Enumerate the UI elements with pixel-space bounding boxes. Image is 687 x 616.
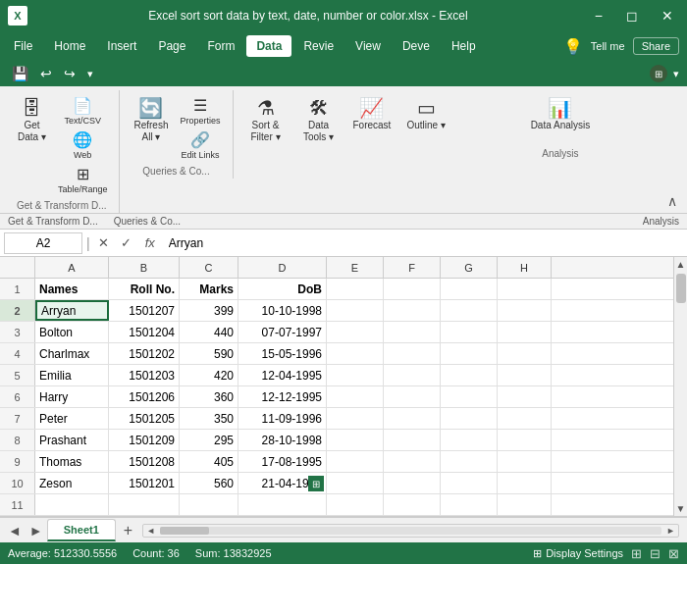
fx-button[interactable]: fx: [139, 235, 161, 250]
cell-a5[interactable]: Emilia: [35, 365, 109, 385]
cell-c2[interactable]: 399: [180, 300, 238, 321]
cell-h2[interactable]: [498, 300, 552, 321]
cell-f3[interactable]: [384, 322, 441, 342]
h-scroll-thumb[interactable]: [160, 527, 209, 535]
cell-b2[interactable]: 1501207: [109, 300, 180, 321]
menu-view[interactable]: View: [345, 35, 391, 57]
save-quick-btn[interactable]: 💾: [8, 64, 32, 83]
tab-nav-right-btn[interactable]: ►: [26, 523, 47, 539]
cell-c1[interactable]: Marks: [180, 279, 238, 299]
cell-b1[interactable]: Roll No.: [109, 279, 180, 299]
cell-g10[interactable]: [441, 473, 498, 493]
edit-links-btn[interactable]: 🔗 Edit Links: [176, 128, 224, 162]
cell-e1[interactable]: [327, 279, 384, 299]
paste-options-icon[interactable]: ⊞: [308, 476, 324, 491]
col-header-c[interactable]: C: [180, 257, 238, 278]
cell-f2[interactable]: [384, 300, 441, 321]
table-range-btn[interactable]: ⊞ Table/Range: [54, 163, 112, 196]
menu-review[interactable]: Revie: [293, 35, 344, 57]
cell-f5[interactable]: [384, 365, 441, 385]
cell-b8[interactable]: 1501209: [109, 430, 180, 450]
tab-nav-left-btn[interactable]: ◄: [4, 523, 26, 539]
cell-f11[interactable]: [384, 494, 441, 515]
new-sheet-button[interactable]: +: [118, 522, 138, 539]
row-num-1[interactable]: 1: [0, 279, 35, 299]
cell-g3[interactable]: [441, 322, 498, 342]
cell-g7[interactable]: [441, 408, 498, 429]
row-num-10[interactable]: 10: [0, 473, 35, 493]
cell-c10[interactable]: 560: [180, 473, 238, 493]
row-num-8[interactable]: 8: [0, 430, 35, 450]
menu-page[interactable]: Page: [148, 35, 195, 57]
cell-d2[interactable]: 10-10-1998: [238, 300, 327, 321]
cell-h6[interactable]: [498, 386, 552, 407]
cell-d10[interactable]: 21-04-1996 ⊞: [238, 473, 327, 493]
col-header-f[interactable]: F: [384, 257, 441, 278]
cell-e3[interactable]: [327, 322, 384, 342]
cell-g4[interactable]: [441, 343, 498, 364]
cell-f4[interactable]: [384, 343, 441, 364]
cell-g2[interactable]: [441, 300, 498, 321]
cell-a10[interactable]: Zeson: [35, 473, 109, 493]
cell-b5[interactable]: 1501203: [109, 365, 180, 385]
cell-d6[interactable]: 12-12-1995: [238, 386, 327, 407]
cell-c8[interactable]: 295: [180, 430, 238, 450]
col-header-a[interactable]: A: [35, 257, 109, 278]
cell-c7[interactable]: 350: [180, 408, 238, 429]
cell-e4[interactable]: [327, 343, 384, 364]
view-toggle-btn[interactable]: ⊞: [650, 65, 667, 82]
h-scroll-left-btn[interactable]: ◄: [143, 526, 158, 536]
cell-d8[interactable]: 28-10-1998: [238, 430, 327, 450]
cell-b7[interactable]: 1501205: [109, 408, 180, 429]
display-settings-btn[interactable]: ⊞ Display Settings: [533, 547, 623, 560]
cell-c11[interactable]: [180, 494, 238, 515]
scroll-up-btn[interactable]: ▲: [674, 257, 687, 272]
cell-d1[interactable]: DoB: [238, 279, 327, 299]
row-num-5[interactable]: 5: [0, 365, 35, 385]
menu-help[interactable]: Help: [442, 35, 486, 57]
cell-f7[interactable]: [384, 408, 441, 429]
web-btn[interactable]: 🌐 Web: [54, 128, 112, 162]
normal-view-btn[interactable]: ⊞: [631, 546, 642, 561]
cell-e9[interactable]: [327, 451, 384, 472]
cell-h5[interactable]: [498, 365, 552, 385]
h-scroll-right-btn[interactable]: ►: [663, 526, 678, 536]
row-num-6[interactable]: 6: [0, 386, 35, 407]
cell-d9[interactable]: 17-08-1995: [238, 451, 327, 472]
scroll-down-btn[interactable]: ▼: [674, 501, 687, 516]
cell-b10[interactable]: 1501201: [109, 473, 180, 493]
cell-h11[interactable]: [498, 494, 552, 515]
cell-c5[interactable]: 420: [180, 365, 238, 385]
cell-h1[interactable]: [498, 279, 552, 299]
data-tools-button[interactable]: 🛠 DataTools ▾: [294, 94, 344, 147]
redo-quick-btn[interactable]: ↪: [60, 64, 79, 83]
ribbon-collapse-button[interactable]: ∧: [661, 191, 683, 211]
col-header-h[interactable]: H: [498, 257, 552, 278]
page-layout-btn[interactable]: ⊟: [650, 546, 661, 561]
cell-b6[interactable]: 1501206: [109, 386, 180, 407]
close-button[interactable]: ✕: [656, 6, 679, 26]
scroll-thumb[interactable]: [676, 274, 686, 303]
cell-c6[interactable]: 360: [180, 386, 238, 407]
page-break-btn[interactable]: ⊠: [668, 546, 679, 561]
cell-g5[interactable]: [441, 365, 498, 385]
cell-f8[interactable]: [384, 430, 441, 450]
cell-e5[interactable]: [327, 365, 384, 385]
formula-input[interactable]: [165, 232, 683, 254]
cell-g8[interactable]: [441, 430, 498, 450]
cell-g6[interactable]: [441, 386, 498, 407]
cell-b4[interactable]: 1501202: [109, 343, 180, 364]
menu-home[interactable]: Home: [44, 35, 95, 57]
properties-btn[interactable]: ☰ Properties: [176, 94, 224, 128]
cell-d11[interactable]: [238, 494, 327, 515]
cell-g1[interactable]: [441, 279, 498, 299]
cell-e7[interactable]: [327, 408, 384, 429]
minimize-button[interactable]: −: [589, 6, 608, 26]
undo-quick-btn[interactable]: ↩: [36, 64, 56, 83]
cell-b9[interactable]: 1501208: [109, 451, 180, 472]
footer-queries[interactable]: Queries & Co...: [106, 216, 188, 227]
col-header-e[interactable]: E: [327, 257, 384, 278]
cell-c9[interactable]: 405: [180, 451, 238, 472]
cell-h9[interactable]: [498, 451, 552, 472]
menu-insert[interactable]: Insert: [97, 35, 146, 57]
